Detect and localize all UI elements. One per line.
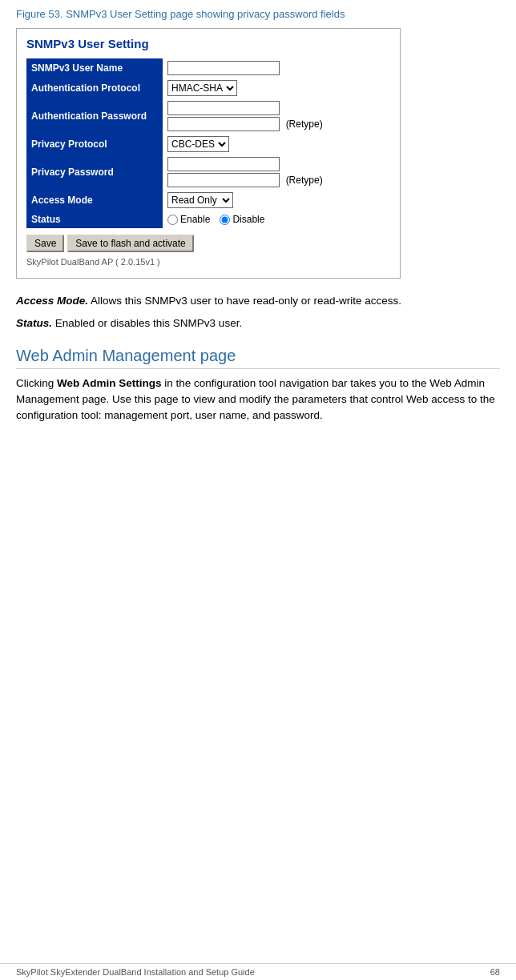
label-privacy-password: Privacy Password	[26, 155, 163, 190]
section-bold: Web Admin Settings	[57, 377, 162, 389]
status-para: Status. Enabled or disables this SNMPv3 …	[16, 315, 500, 331]
radio-enable[interactable]	[167, 215, 178, 225]
select-auth-protocol[interactable]: HMAC-SHA	[167, 80, 237, 96]
label-access-mode: Access Mode	[26, 190, 163, 211]
cell-privacy-password: (Retype)	[163, 155, 390, 190]
snmpv3-panel: SNMPv3 User Setting SNMPv3 User Name Aut…	[16, 28, 401, 279]
save-button[interactable]: Save	[26, 235, 64, 252]
label-privacy-protocol: Privacy Protocol	[26, 134, 163, 155]
cell-status: Enable Disable	[163, 211, 390, 228]
cell-access-mode: Read Only Read Write	[163, 190, 390, 211]
radio-enable-label[interactable]: Enable	[167, 214, 210, 225]
cell-username	[163, 58, 390, 78]
web-admin-para: Clicking Web Admin Settings in the confi…	[16, 376, 500, 424]
cell-privacy-protocol: CBC-DES	[163, 134, 390, 155]
select-privacy-protocol[interactable]: CBC-DES	[167, 136, 229, 152]
input-auth-password[interactable]	[167, 101, 280, 115]
retype-label-privacy: (Retype)	[286, 175, 323, 186]
retype-label-auth: (Retype)	[286, 118, 323, 130]
page-footer: SkyPilot SkyExtender DualBand Installati…	[0, 963, 516, 980]
web-admin-heading: Web Admin Management page	[16, 347, 500, 369]
row-auth-password: Authentication Password (Retype)	[26, 98, 390, 134]
radio-disable-text: Disable	[232, 214, 264, 225]
access-mode-term: Access Mode.	[16, 295, 88, 307]
label-auth-password: Authentication Password	[26, 98, 163, 134]
radio-group-status: Enable Disable	[167, 214, 387, 225]
access-mode-para: Access Mode. Allows this SNMPv3 user to …	[16, 293, 500, 309]
radio-disable[interactable]	[220, 215, 230, 225]
radio-disable-label[interactable]: Disable	[220, 214, 264, 225]
footer-left: SkyPilot SkyExtender DualBand Installati…	[16, 967, 255, 977]
row-status: Status Enable Disable	[26, 211, 390, 228]
label-auth-protocol: Authentication Protocol	[26, 78, 163, 98]
button-row: Save Save to flash and activate	[26, 235, 390, 252]
row-privacy-password: Privacy Password (Retype)	[26, 155, 390, 190]
row-privacy-protocol: Privacy Protocol CBC-DES	[26, 134, 390, 155]
label-status: Status	[26, 211, 163, 228]
input-privacy-password[interactable]	[167, 157, 280, 171]
row-auth-protocol: Authentication Protocol HMAC-SHA	[26, 78, 390, 98]
save-flash-button[interactable]: Save to flash and activate	[67, 235, 193, 252]
status-term: Status.	[16, 317, 52, 329]
panel-footer: SkyPilot DualBand AP ( 2.0.15v1 )	[26, 257, 390, 267]
status-text: Enabled or disables this SNMPv3 user.	[52, 317, 242, 329]
footer-right: 68	[490, 967, 500, 977]
select-access-mode[interactable]: Read Only Read Write	[167, 192, 233, 208]
input-username[interactable]	[167, 61, 280, 75]
cell-auth-protocol: HMAC-SHA	[163, 78, 390, 98]
label-username: SNMPv3 User Name	[26, 58, 163, 78]
input-privacy-password-retype[interactable]	[167, 173, 280, 187]
radio-enable-text: Enable	[180, 214, 210, 225]
section-body-1: Clicking	[16, 377, 57, 389]
row-username: SNMPv3 User Name	[26, 58, 390, 78]
panel-title: SNMPv3 User Setting	[26, 37, 390, 50]
figure-title: Figure 53. SNMPv3 User Setting page show…	[16, 8, 500, 20]
input-auth-password-retype[interactable]	[167, 117, 280, 131]
form-table: SNMPv3 User Name Authentication Protocol…	[26, 58, 390, 228]
access-mode-text: Allows this SNMPv3 user to have read-onl…	[88, 295, 401, 307]
cell-auth-password: (Retype)	[163, 98, 390, 134]
row-access-mode: Access Mode Read Only Read Write	[26, 190, 390, 211]
